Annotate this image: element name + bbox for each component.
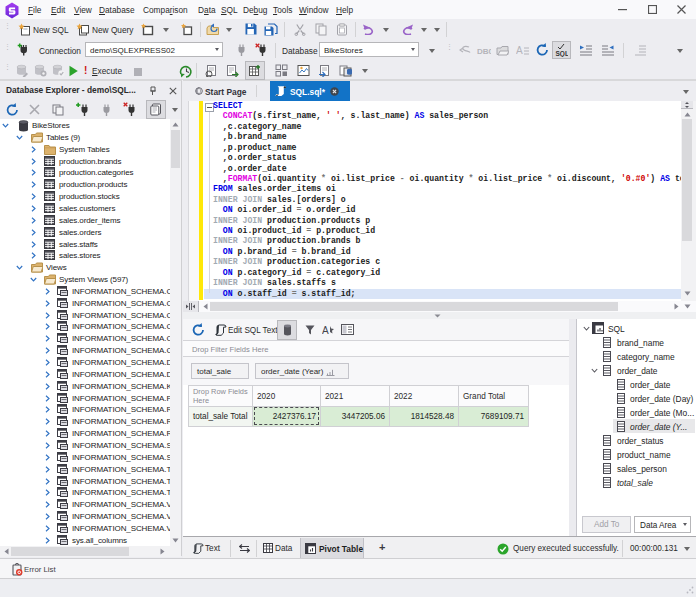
svg-text:DB0: DB0 [477, 47, 491, 55]
svg-text:A: A [322, 325, 329, 336]
svg-text:A: A [516, 45, 523, 56]
svg-text:SQL: SQL [556, 50, 569, 57]
